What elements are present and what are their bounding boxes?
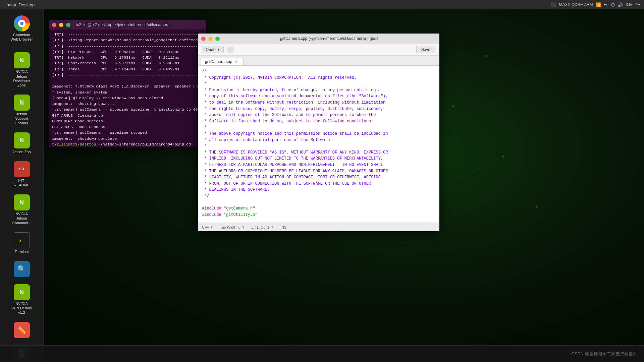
- jetson-comm-icon: N: [14, 194, 30, 210]
- code-line-17: * THE AUTHORS OR COPYRIGHT HOLDERS BE LI…: [202, 168, 435, 175]
- term-line-15: GST_ARGUS: Cleaning up: [52, 113, 203, 118]
- gedit-statusbar: C++ ▼ Tab Width: 8 ▼ Ln 1, Col 1 ▼ INS: [198, 223, 439, 231]
- term-line-6: [TRT] Post-Process CPU 0.23771ms CUDA 0.…: [52, 60, 203, 66]
- term-line-9: [52, 78, 203, 83]
- code-line-16: * FITNESS FOR A PARTICULAR PURPOSE AND N…: [202, 162, 435, 168]
- code-line-2: * Copyright (c) 2017, NVIDIA CORPORATION…: [202, 75, 435, 81]
- code-line-25: [202, 218, 435, 223]
- term-line-14: [gstreamer] gstCamera -- stopping pipeli…: [52, 107, 203, 112]
- gedit-save-button[interactable]: Save: [416, 46, 435, 53]
- term-line-2: [TRT] Timing Report networks/Googlenet/b…: [52, 37, 203, 43]
- statusbar-tabwidth[interactable]: Tab Width: 8 ▼: [220, 225, 245, 229]
- language-chevron: ▼: [210, 226, 213, 229]
- code-line-18: * LIABILITY, WHETHER IN AN ACTION OF CON…: [202, 174, 435, 181]
- topbar-title: Ubuntu Desktop: [3, 2, 35, 7]
- clock: 3:56 PM: [626, 2, 641, 7]
- l4t-icon: SD: [14, 161, 30, 177]
- term-line-10: imagenet: 7.05566% class #632 (loudspeak…: [52, 83, 203, 89]
- terminal-close-btn[interactable]: [52, 23, 56, 27]
- gedit-toolbar-icon: ⬜: [227, 46, 234, 53]
- jetson-comm-label: NVIDIA Jetson Communi...: [12, 212, 31, 225]
- gedit-close-btn[interactable]: [201, 37, 206, 41]
- code-line-1: /*: [202, 68, 435, 75]
- sidebar-item-jetson-dev[interactable]: N NVIDIA Jetson Developer Zone: [2, 50, 41, 90]
- term-line-5: [TRT] Network CPU 9.17638ms CUDA 8.12112…: [52, 55, 203, 60]
- sidebar-item-jetson-zoo[interactable]: N Jetson Zoo: [2, 130, 41, 157]
- gedit-toolbar: Open ▼ ⬜ Save: [198, 44, 439, 56]
- l4t-label: L4T-README: [14, 179, 30, 187]
- term-line-17: GST_ARGUS: Done Success: [52, 124, 203, 130]
- sidebar-item-jetson-forum[interactable]: N Jetson Support Forums: [2, 92, 41, 128]
- code-line-11: * The above copyright notice and this pe…: [202, 131, 435, 137]
- topbar: Ubuntu Desktop ⬛ MAXP CORE ARM 📶 En ⬡ 🔊 …: [0, 0, 644, 9]
- svg-point-23: [452, 105, 454, 107]
- tabwidth-chevron: ▼: [242, 226, 245, 229]
- gedit-editor[interactable]: /* * Copyright (c) 2017, NVIDIA CORPORAT…: [198, 66, 439, 223]
- jetson-forum-label: Jetson Support Forums: [15, 112, 28, 125]
- sidebar-item-l4t[interactable]: SD L4T-README: [2, 159, 41, 190]
- gedit-open-button[interactable]: Open ▼: [202, 46, 224, 53]
- code-line-6: * to deal in the Software without restri…: [202, 100, 435, 106]
- position-chevron: ▼: [271, 226, 274, 229]
- term-line-8: [TRT] ----------------------------------…: [52, 72, 203, 78]
- save-label: Save: [421, 47, 430, 52]
- maxp-label: MAXP CORE ARM: [559, 2, 593, 7]
- svg-line-14: [453, 56, 486, 106]
- svg-line-16: [436, 157, 503, 190]
- sidebar-item-browser[interactable]: 🔍: [2, 258, 41, 280]
- jetson-dev-icon: N: [14, 52, 30, 68]
- terminal-max-btn[interactable]: [66, 23, 70, 27]
- term-line-20: tx2_lei@tx2-desktop:~/jetson-inference/b…: [52, 141, 203, 147]
- code-line-15: * IMPLIED, INCLUDING BUT NOT LIMITED TO …: [202, 156, 435, 162]
- term-line-13: imagenet: shutting down...: [52, 101, 203, 107]
- nvidia-icon: ⬛: [551, 2, 556, 7]
- sidebar-item-editor[interactable]: ✏️: [2, 319, 41, 341]
- gedit-tab[interactable]: gstCamera.cpp ✕: [201, 58, 244, 65]
- statusbar-mode: INS: [280, 225, 286, 229]
- code-line-4: * Permission is hereby granted, free of …: [202, 87, 435, 94]
- sidebar-item-jetson-comm[interactable]: N NVIDIA Jetson Communi...: [2, 192, 41, 228]
- code-line-12: * all copies or substantial portions of …: [202, 137, 435, 143]
- sidebar-item-terminal[interactable]: $_ Terminal: [2, 230, 41, 257]
- svg-point-29: [536, 206, 538, 208]
- code-line-9: * Software is furnished to do so, subjec…: [202, 118, 435, 125]
- sidebar-item-chromium[interactable]: Chromium Web Browser: [2, 13, 41, 44]
- jetson-zoo-icon: N: [14, 132, 30, 148]
- terminal-body[interactable]: [TRT] ----------------------------------…: [49, 29, 206, 147]
- term-line-1: [TRT] ----------------------------------…: [52, 32, 203, 37]
- code-line-24: #include "gstUtility.h": [202, 212, 435, 218]
- jetson-zoo-label: Jetson Zoo: [12, 150, 31, 154]
- statusbar-language[interactable]: C++ ▼: [202, 225, 213, 229]
- term-line-19: imagenet: shutdown complete.: [52, 136, 203, 141]
- jetson-forum-icon: N: [14, 95, 30, 111]
- svg-line-7: [453, 106, 503, 157]
- code-line-8: * and/or sell copies of the Software, an…: [202, 112, 435, 118]
- bottom-panel: CSDN @鲁棒最小二乘支持向量机: [0, 345, 644, 362]
- gedit-title: gstCamera.cpp (~/jetson-inference/utils/…: [222, 36, 436, 41]
- gedit-min-btn[interactable]: [208, 37, 213, 41]
- terminal-window: tx2_lei@tx2-desktop: ~/jetson-inference/…: [49, 20, 206, 147]
- code-line-13: *: [202, 143, 435, 149]
- sidebar-item-vpn[interactable]: N NVIDIA VPN Demos v1.2: [2, 282, 41, 318]
- chromium-label: Chromium Web Browser: [11, 33, 33, 42]
- terminal-label: Terminal: [15, 250, 29, 254]
- term-line-12: [OpenGL] glDisplay -- the window has bee…: [52, 95, 203, 101]
- terminal-icon: $_: [14, 232, 30, 248]
- chromium-icon: [14, 15, 30, 32]
- gedit-titlebar: gstCamera.cpp (~/jetson-inference/utils/…: [198, 34, 439, 44]
- terminal-min-btn[interactable]: [59, 23, 63, 27]
- term-line-21: ~/jetson-inference/utils/camera/: [52, 147, 203, 147]
- open-label: Open: [206, 47, 215, 52]
- editor-icon: ✏️: [14, 322, 30, 338]
- sidebar: Chromium Web Browser N NVIDIA Jetson Dev…: [0, 9, 44, 362]
- term-line-7: [TRT] Total CPU 9.51240ms CUDA 8.64637ms: [52, 66, 203, 72]
- tab-label: gstCamera.cpp: [205, 59, 232, 64]
- wifi-icon: 📶: [596, 2, 601, 7]
- gedit-max-btn[interactable]: [215, 37, 220, 41]
- code-line-5: * copy of this software and associated d…: [202, 93, 435, 100]
- term-line-11: * system, speaker system): [52, 89, 203, 95]
- term-line-16: CONSUMER: Done Success: [52, 118, 203, 124]
- term-line-4: [TRT] Pre-Process CPU 0.09831ms CUDA 0.2…: [52, 49, 203, 55]
- tab-close[interactable]: ✕: [235, 60, 238, 64]
- gedit-window: gstCamera.cpp (~/jetson-inference/utils/…: [198, 34, 439, 231]
